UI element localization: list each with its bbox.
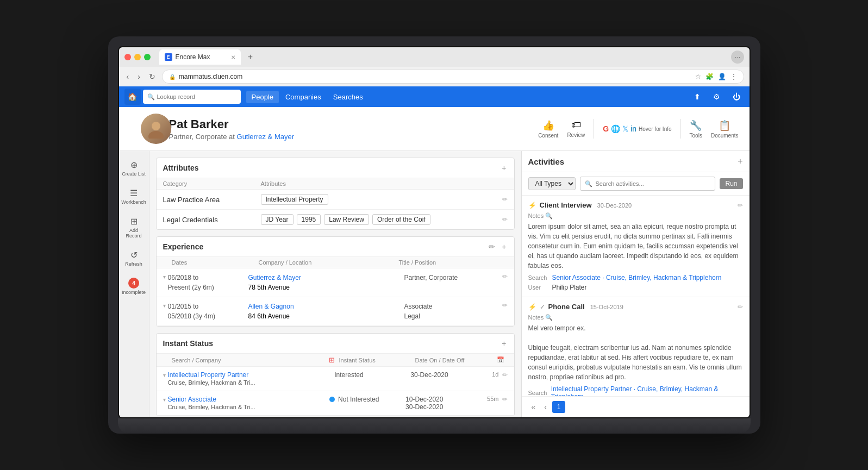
nav-power-icon[interactable]: ⏻ — [729, 89, 744, 104]
nav-settings-icon[interactable]: ⚙ — [709, 89, 725, 104]
close-window-button[interactable] — [124, 54, 131, 60]
is-edit-1[interactable]: ✏ — [502, 396, 508, 403]
tools-action[interactable]: 🔧 Tools — [690, 120, 702, 139]
lookup-search-field[interactable]: 🔍 — [143, 90, 241, 104]
is-toggle-1[interactable]: ▾ — [163, 397, 166, 403]
attr-edit-1[interactable]: ✏ — [502, 216, 508, 223]
refresh-item[interactable]: ↺ Refresh — [119, 246, 149, 272]
activity-type-select[interactable]: All Types — [528, 177, 576, 190]
workbench-item[interactable]: ☰ Workbench — [119, 184, 149, 210]
search-meta-value-0[interactable]: Senior Associate · Cruise, Brimley, Hack… — [552, 274, 722, 281]
add-record-item[interactable]: ⊞ Add Record — [119, 212, 149, 243]
profile-company-link[interactable]: Gutierrez & Mayer — [237, 133, 294, 141]
is-search-link-1[interactable]: Senior Associate — [168, 396, 216, 403]
home-button[interactable]: 🏠 — [124, 89, 141, 105]
page-first-button[interactable]: « — [528, 402, 539, 412]
exp-company-link-1[interactable]: Allen & Gagnon — [248, 303, 294, 310]
browser-options-icon[interactable]: ⋮ — [730, 73, 737, 80]
hover-info-action[interactable]: G 🌐 𝕏 in Hover for Info — [603, 124, 671, 133]
profile-icon[interactable]: 👤 — [718, 73, 726, 80]
user-meta-label-0: User — [528, 284, 549, 291]
bookmark-icon[interactable]: ☆ — [695, 73, 701, 80]
new-tab-button[interactable]: + — [244, 51, 257, 64]
activities-panel: Activities + All Types 🔍 Run — [521, 151, 750, 417]
exp-edit-1[interactable]: ✏ — [502, 302, 508, 309]
reload-button[interactable]: ↻ — [147, 70, 158, 83]
activity-check-icon-1: ✓ — [540, 303, 545, 311]
linkedin-icon: in — [630, 124, 636, 133]
incomplete-item[interactable]: 4 Incomplete — [119, 273, 149, 300]
back-button[interactable]: ‹ — [124, 70, 132, 83]
browser-menu-button[interactable]: ⋯ — [731, 51, 744, 64]
nav-link-people[interactable]: People — [246, 91, 279, 103]
activity-search-input[interactable] — [596, 180, 711, 187]
exp-edit-0[interactable]: ✏ — [502, 273, 508, 280]
is-time-1: 55m — [487, 396, 498, 402]
exp-company-1: Allen & Gagnon 84 6th Avenue — [248, 302, 404, 321]
activities-pagination: « ‹ 1 — [522, 396, 750, 417]
is-dot-1 — [329, 397, 335, 402]
is-toggle-0[interactable]: ▾ — [163, 372, 166, 378]
nav-upload-icon[interactable]: ⬆ — [690, 89, 705, 104]
activity-meta-search-1: Search Intellectual Property Partner · C… — [528, 385, 743, 396]
profile-title-text: Partner, Corporate at — [169, 133, 235, 141]
attr-value-col-header: Attributes — [261, 180, 508, 187]
documents-icon: 📋 — [719, 120, 730, 131]
exp-date-range-0: 06/2018 to — [168, 273, 248, 283]
is-status-header: Instant Status — [339, 357, 415, 364]
refresh-icon: ↺ — [130, 250, 138, 260]
instant-status-add-button[interactable]: + — [501, 338, 507, 349]
attr-edit-0[interactable]: ✏ — [502, 196, 508, 203]
experience-header: Experience ✏ + — [157, 237, 514, 257]
is-edit-0[interactable]: ✏ — [502, 371, 508, 379]
documents-action[interactable]: 📋 Documents — [711, 120, 739, 139]
notes-label-0: Notes 🔍 — [528, 212, 553, 220]
profile-header: Pat Barker Partner, Corporate at Gutierr… — [119, 107, 750, 151]
lookup-input[interactable] — [157, 93, 236, 100]
attr-values-0: Intellectual Property — [261, 194, 502, 205]
is-search-link-0[interactable]: Intellectual Property Partner — [168, 371, 249, 379]
svg-point-0 — [152, 122, 160, 130]
is-company-1: Cruise, Brimley, Hackman & Tri... — [168, 404, 255, 410]
forward-button[interactable]: › — [135, 70, 142, 83]
address-bar[interactable]: 🔒 mammatus.cluen.com ☆ 🧩 👤 ⋮ — [162, 70, 744, 84]
action-separator-1 — [594, 119, 594, 139]
maximize-window-button[interactable] — [144, 54, 151, 60]
minimize-window-button[interactable] — [134, 54, 141, 60]
instant-status-actions: + — [501, 338, 507, 349]
page-prev-button[interactable]: ‹ — [541, 402, 550, 412]
twitter-icon: 𝕏 — [622, 124, 628, 133]
activities-add-button[interactable]: + — [738, 156, 742, 166]
activity-edit-icon-1[interactable]: ✏ — [738, 303, 743, 311]
extensions-icon[interactable]: 🧩 — [705, 73, 714, 80]
exp-title-0: Partner, Corporate — [404, 273, 502, 283]
experience-add-button[interactable]: + — [501, 241, 507, 252]
attributes-add-button[interactable]: + — [501, 162, 507, 173]
experience-edit-button[interactable]: ✏ — [488, 241, 496, 252]
activity-search-field[interactable]: 🔍 — [580, 177, 716, 191]
activity-edit-icon-0[interactable]: ✏ — [738, 202, 743, 209]
browser-titlebar: E Encore Max ✕ + ⋯ — [119, 47, 750, 67]
laptop-bottom — [118, 418, 751, 434]
lock-icon: 🔒 — [169, 74, 176, 80]
review-action[interactable]: 🏷 Review — [567, 120, 585, 138]
exp-title-val-1: Associate — [404, 302, 502, 311]
browser-tab[interactable]: E Encore Max ✕ — [159, 49, 241, 65]
attr-category-1: Legal Credentials — [163, 216, 261, 224]
review-label: Review — [567, 132, 585, 138]
svg-point-1 — [148, 131, 164, 139]
nav-link-companies[interactable]: Companies — [280, 91, 327, 103]
create-list-item[interactable]: ⊕ Create List — [119, 155, 149, 181]
search-icon: 🔍 — [147, 93, 155, 101]
tab-close-button[interactable]: ✕ — [231, 54, 235, 60]
search-meta-value-1[interactable]: Intellectual Property Partner · Cruise, … — [551, 385, 743, 396]
nav-link-searches[interactable]: Searches — [328, 91, 369, 103]
exp-company-link-0[interactable]: Gutierrez & Mayer — [248, 274, 301, 281]
is-search-0: Intellectual Property Partner Cruise, Br… — [168, 371, 335, 386]
is-dates-0: 30-Dec-2020 — [410, 371, 492, 379]
consent-action[interactable]: 👍 Consent — [538, 120, 558, 139]
exp-toggle-0[interactable]: ▾ — [163, 274, 166, 280]
exp-toggle-1[interactable]: ▾ — [163, 303, 166, 309]
search-meta-label-1: Search — [528, 390, 548, 396]
run-button[interactable]: Run — [720, 178, 742, 189]
